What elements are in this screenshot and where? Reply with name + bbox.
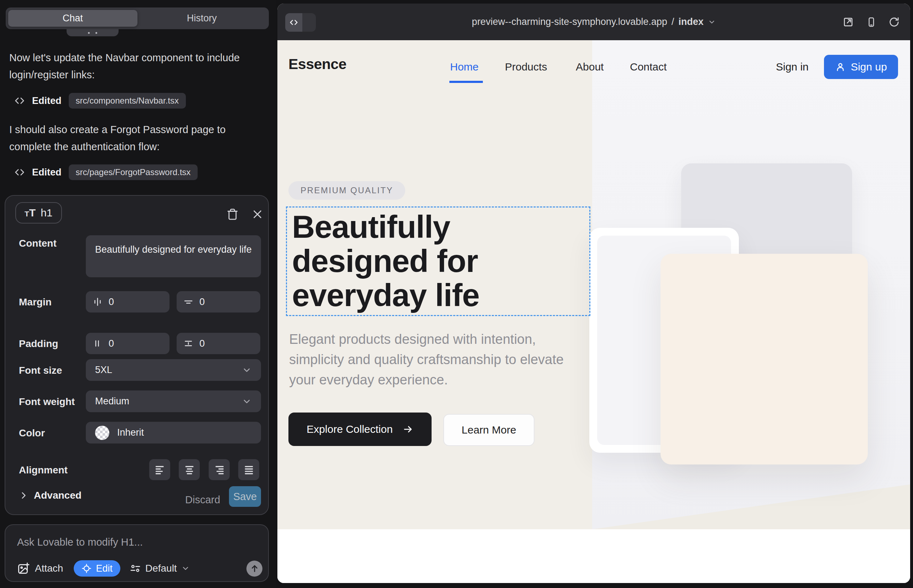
- sign-up-label: Sign up: [851, 61, 887, 73]
- margin-y-input[interactable]: 0: [176, 291, 260, 312]
- align-left-button[interactable]: [149, 459, 170, 480]
- alignment-label: Alignment: [19, 465, 68, 476]
- padding-vertical-icon: [183, 338, 194, 349]
- composer-placeholder[interactable]: Ask Lovable to modify H1...: [17, 536, 143, 548]
- tab-chat[interactable]: Chat: [8, 10, 138, 27]
- margin-x-value: 0: [108, 297, 114, 307]
- nav-link-about[interactable]: About: [576, 61, 604, 73]
- advanced-toggle[interactable]: Advanced: [19, 490, 81, 501]
- edited-label: Edited: [32, 95, 62, 107]
- preview-url: preview--charming-site-symphony.lovable.…: [472, 16, 667, 27]
- sign-in-link[interactable]: Sign in: [776, 61, 809, 73]
- site-viewport: Essence Home Products About Contact Sign…: [277, 40, 910, 583]
- color-select[interactable]: Inherit: [86, 422, 261, 444]
- hero-description: Elegant products designed with intention…: [289, 329, 585, 390]
- nav-link-contact[interactable]: Contact: [630, 61, 667, 73]
- code-preview-toggle[interactable]: [285, 13, 316, 32]
- align-justify-button[interactable]: [238, 459, 259, 480]
- color-label: Color: [19, 428, 45, 439]
- margin-vertical-icon: [183, 297, 194, 307]
- chevron-down-icon: [708, 18, 716, 26]
- padding-x-value: 0: [108, 338, 114, 349]
- font-size-label: Font size: [19, 365, 62, 376]
- edited-file-row: Edited src/components/Navbar.tsx: [14, 92, 186, 109]
- font-weight-select[interactable]: Medium: [86, 391, 261, 412]
- chevron-right-icon: [19, 491, 28, 500]
- file-chip[interactable]: src/pages/ForgotPassword.tsx: [69, 165, 198, 180]
- align-center-button[interactable]: [179, 459, 200, 480]
- nav-link-products[interactable]: Products: [505, 61, 547, 73]
- refresh-button[interactable]: [889, 17, 900, 27]
- padding-label: Padding: [19, 338, 58, 349]
- margin-x-input[interactable]: 0: [86, 291, 170, 312]
- margin-y-value: 0: [199, 297, 205, 307]
- attach-button[interactable]: Attach: [17, 562, 63, 575]
- chat-composer[interactable]: Ask Lovable to modify H1... Attach Edit …: [5, 524, 269, 582]
- code-icon[interactable]: [285, 13, 302, 32]
- font-weight-value: Medium: [95, 396, 129, 407]
- discard-button[interactable]: Discard: [185, 490, 220, 510]
- preview-toolbar: preview--charming-site-symphony.lovable.…: [277, 3, 910, 40]
- default-label: Default: [145, 563, 177, 574]
- padding-y-value: 0: [199, 338, 205, 349]
- type-icon: TT: [24, 207, 36, 219]
- code-icon: [14, 167, 25, 178]
- mobile-view-button[interactable]: [866, 17, 877, 27]
- site-logo[interactable]: Essence: [288, 56, 346, 73]
- open-external-button[interactable]: [842, 16, 854, 28]
- chat-sidebar: Chat History Now let's update the Navbar…: [0, 0, 276, 588]
- chevron-down-icon: [242, 396, 252, 407]
- element-tag-badge[interactable]: TT h1: [15, 202, 62, 223]
- sliders-icon: [130, 563, 141, 574]
- edit-mode-button[interactable]: Edit: [74, 560, 120, 577]
- selected-element-outline[interactable]: Beautifully designed for everyday life: [286, 207, 590, 316]
- margin-horizontal-icon: [92, 297, 103, 307]
- preview-page: index: [678, 16, 704, 27]
- code-icon: [14, 95, 25, 106]
- edit-label: Edit: [96, 563, 113, 574]
- close-editor-button[interactable]: [251, 208, 264, 221]
- arrow-right-icon: [403, 424, 413, 435]
- truncated-chip: [66, 29, 118, 36]
- model-default-select[interactable]: Default: [130, 563, 190, 574]
- element-tag: h1: [40, 207, 52, 219]
- send-button[interactable]: [246, 561, 262, 577]
- active-nav-underline: [449, 81, 483, 83]
- transparency-swatch-icon: [95, 426, 109, 440]
- chevron-down-icon: [181, 564, 190, 573]
- explore-collection-button[interactable]: Explore Collection: [288, 412, 432, 446]
- content-textarea[interactable]: Beautifully designed for everyday life: [86, 235, 261, 277]
- learn-more-button[interactable]: Learn More: [444, 414, 534, 446]
- font-size-value: 5XL: [95, 365, 112, 375]
- composer-toolbar: Attach Edit Default: [17, 560, 262, 577]
- advanced-label: Advanced: [34, 490, 81, 501]
- nav-link-home[interactable]: Home: [450, 61, 479, 73]
- save-button[interactable]: Save: [229, 486, 261, 507]
- premium-quality-badge: PREMIUM QUALITY: [288, 181, 405, 200]
- cta-primary-label: Explore Collection: [307, 423, 393, 435]
- attach-label: Attach: [35, 563, 63, 574]
- toggle-handle[interactable]: [302, 13, 316, 32]
- tab-history[interactable]: History: [138, 10, 267, 27]
- font-size-select[interactable]: 5XL: [86, 359, 261, 381]
- file-chip[interactable]: src/components/Navbar.tsx: [69, 93, 186, 108]
- chat-history-tabbar: Chat History: [6, 8, 269, 29]
- hero-heading[interactable]: Beautifully designed for everyday life: [292, 210, 479, 312]
- edited-label: Edited: [32, 167, 62, 178]
- padding-horizontal-icon: [92, 338, 103, 349]
- align-right-button[interactable]: [209, 459, 230, 480]
- target-icon: [81, 564, 92, 573]
- content-label: Content: [19, 238, 57, 249]
- image-plus-icon: [17, 562, 30, 575]
- preview-actions: [842, 3, 900, 40]
- edited-file-row: Edited src/pages/ForgotPassword.tsx: [14, 164, 197, 181]
- element-editor-panel: TT h1 Content Beautifully designed for e…: [5, 195, 269, 515]
- chevron-down-icon: [242, 365, 252, 375]
- preview-url-bar[interactable]: preview--charming-site-symphony.lovable.…: [472, 16, 716, 27]
- padding-x-input[interactable]: 0: [86, 333, 170, 354]
- sign-up-button[interactable]: Sign up: [824, 55, 898, 79]
- margin-label: Margin: [19, 297, 52, 308]
- user-icon: [835, 61, 846, 72]
- padding-y-input[interactable]: 0: [176, 333, 260, 354]
- delete-element-button[interactable]: [226, 208, 239, 221]
